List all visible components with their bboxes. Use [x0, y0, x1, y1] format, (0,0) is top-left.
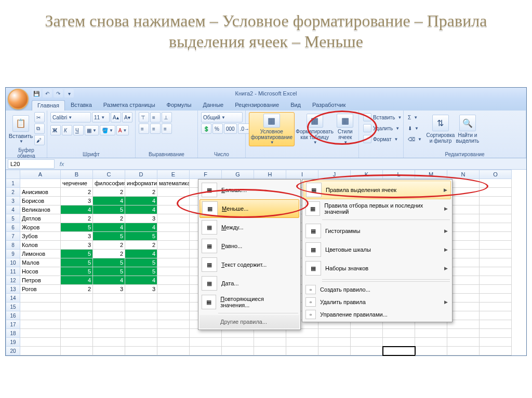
cell[interactable]: 5	[61, 267, 93, 276]
shrink-font-icon[interactable]: A▾	[122, 112, 132, 122]
col-header[interactable]: M	[415, 170, 447, 179]
cell[interactable]: Дятлов	[20, 214, 61, 223]
redo-icon[interactable]: ↷	[54, 89, 63, 98]
cell[interactable]	[125, 320, 157, 329]
cell[interactable]: 5	[61, 250, 93, 258]
cell[interactable]: 2	[61, 214, 93, 223]
delete-cells-button[interactable]: Удалить▼	[362, 123, 402, 133]
cell[interactable]	[480, 303, 512, 311]
format-cells-button[interactable]: Формат▼	[362, 134, 400, 144]
cell[interactable]	[286, 329, 318, 338]
submenu-item[interactable]: ▦Между...	[200, 218, 299, 237]
cell[interactable]	[61, 311, 93, 320]
cell[interactable]	[480, 320, 512, 329]
row-header[interactable]: 12	[6, 276, 20, 285]
clear-icon[interactable]: ⌫▼	[407, 134, 424, 144]
cell[interactable]: 4	[61, 205, 93, 214]
cut-icon[interactable]: ✂	[34, 112, 45, 122]
cell[interactable]	[93, 311, 125, 320]
cell[interactable]: Носов	[20, 267, 61, 276]
menu-footer-item[interactable]: ▫Удалить правила▶	[303, 296, 451, 308]
col-header[interactable]: I	[286, 170, 318, 179]
cell[interactable]: Борисов	[20, 197, 61, 205]
align-center-icon[interactable]: ≡	[150, 123, 161, 134]
cell[interactable]	[125, 329, 157, 338]
cell[interactable]	[480, 214, 512, 223]
col-header[interactable]: B	[61, 170, 93, 179]
tab-5[interactable]: Рецензирование	[229, 100, 285, 111]
cell[interactable]	[254, 329, 286, 338]
row-header[interactable]: 13	[6, 285, 20, 294]
cell[interactable]	[222, 347, 254, 355]
cell[interactable]	[254, 338, 286, 347]
cell[interactable]	[20, 347, 61, 355]
cell[interactable]: 4	[125, 223, 157, 232]
cell[interactable]: 4	[93, 276, 125, 285]
format-painter-icon[interactable]: 🖌	[34, 135, 45, 145]
paste-button[interactable]: 📋 Вставить ▼	[9, 112, 33, 146]
cell[interactable]: 5	[61, 258, 93, 267]
row-header[interactable]: 16	[6, 311, 20, 320]
col-header[interactable]: L	[383, 170, 415, 179]
font-size-select[interactable]: 11▼	[92, 112, 110, 122]
cell[interactable]: 5	[93, 267, 125, 276]
underline-icon[interactable]: Ч	[73, 125, 84, 135]
cell[interactable]	[157, 205, 190, 214]
find-select-button[interactable]: 🔍 Найти и выделить	[457, 112, 478, 146]
menu-item[interactable]: ▦Правила отбора первых и последних значе…	[303, 199, 451, 218]
tab-6[interactable]: Вид	[285, 100, 307, 111]
cell[interactable]: черчение	[61, 179, 93, 188]
menu-item[interactable]: ▦Гистограммы▶	[303, 222, 451, 240]
fill-color-icon[interactable]: 🪣▼	[100, 125, 115, 135]
cell[interactable]: 2	[93, 241, 125, 250]
submenu-item[interactable]: ▦Меньше...	[200, 199, 299, 218]
cell[interactable]: Петров	[20, 276, 61, 285]
cell[interactable]	[157, 241, 190, 250]
currency-icon[interactable]: 💲	[201, 123, 211, 134]
submenu-item[interactable]: ▦Дата...	[200, 274, 299, 293]
cell[interactable]	[157, 329, 190, 338]
cell[interactable]	[318, 347, 351, 355]
cell[interactable]	[447, 347, 480, 355]
cell[interactable]: 3	[61, 241, 93, 250]
row-header[interactable]: 1	[6, 179, 20, 188]
border-icon[interactable]: ▦▼	[85, 125, 99, 135]
cell[interactable]	[125, 338, 157, 347]
cell[interactable]	[447, 329, 480, 338]
col-header[interactable]: D	[125, 170, 157, 179]
number-format-select[interactable]: Общий▼	[201, 112, 243, 122]
cell[interactable]	[447, 338, 480, 347]
cell[interactable]	[20, 338, 61, 347]
cell[interactable]	[157, 311, 190, 320]
cell[interactable]: 2	[125, 241, 157, 250]
cell[interactable]	[61, 329, 93, 338]
cell[interactable]	[93, 294, 125, 303]
cell[interactable]: 5	[125, 232, 157, 241]
cell[interactable]	[480, 258, 512, 267]
cell[interactable]: Рогов	[20, 285, 61, 294]
cell[interactable]	[415, 329, 447, 338]
qat-menu-icon[interactable]: ▾	[64, 89, 74, 98]
cell[interactable]	[318, 329, 351, 338]
cell[interactable]	[480, 311, 512, 320]
align-right-icon[interactable]: ≡	[162, 123, 172, 134]
cell[interactable]	[93, 338, 125, 347]
cell[interactable]	[222, 338, 254, 347]
font-color-icon[interactable]: A▼	[116, 125, 129, 135]
cell[interactable]	[190, 329, 222, 338]
submenu-item[interactable]: ▦Повторяющиеся значения...	[200, 293, 299, 311]
submenu-item[interactable]: ▦Текст содержит...	[200, 255, 299, 274]
font-name-select[interactable]: Calibri▼	[50, 112, 91, 122]
cell[interactable]: 5	[93, 205, 125, 214]
cell[interactable]	[157, 347, 190, 355]
cell[interactable]: 5	[125, 258, 157, 267]
cell[interactable]: 2	[61, 188, 93, 197]
cell[interactable]: 3	[61, 197, 93, 205]
submenu-item[interactable]: ▦Равно...	[200, 237, 299, 255]
align-left-icon[interactable]: ≡	[139, 123, 149, 134]
format-as-table-button[interactable]: ▦ Форматировать как таблицу▼	[295, 112, 335, 146]
cell[interactable]	[125, 303, 157, 311]
cell[interactable]	[157, 188, 190, 197]
cell[interactable]: Великанов	[20, 205, 61, 214]
cell[interactable]: Жоров	[20, 223, 61, 232]
